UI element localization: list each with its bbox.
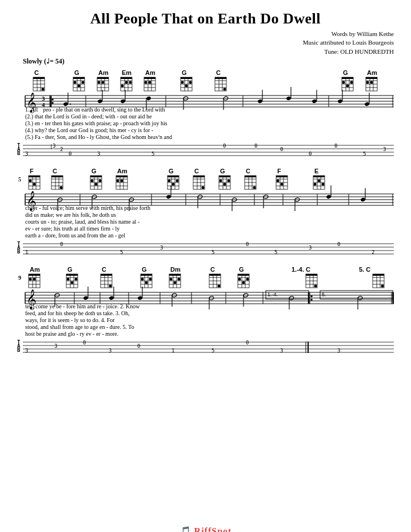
svg-point-292 xyxy=(71,281,74,284)
svg-rect-207 xyxy=(245,176,256,177)
chord-label-g4: G xyxy=(91,168,97,174)
svg-text:0: 0 xyxy=(309,151,312,157)
svg-point-282 xyxy=(29,278,32,281)
svg-point-17 xyxy=(82,81,85,84)
svg-text:3: 3 xyxy=(25,151,28,157)
svg-point-182 xyxy=(176,180,179,182)
credits-section: Words by William Kethe Music attributed … xyxy=(17,30,394,56)
svg-text:3: 3 xyxy=(53,143,55,149)
svg-rect-70 xyxy=(342,77,353,79)
svg-point-283 xyxy=(33,278,36,281)
svg-text:did     us     make;    we    : did us make; we are his folk, he doth us xyxy=(25,212,116,218)
svg-text:host    be   praise  and  glo : host be praise and glo - ry ev - er - mo… xyxy=(25,331,118,337)
note xyxy=(364,102,369,106)
svg-text:0: 0 xyxy=(246,340,249,346)
svg-text:B: B xyxy=(17,249,21,255)
uke-chord-g2 xyxy=(181,77,192,91)
svg-text:1: 1 xyxy=(25,249,28,255)
svg-point-91 xyxy=(51,98,54,101)
svg-text:3: 3 xyxy=(337,348,340,354)
svg-text:2: 2 xyxy=(60,146,63,152)
svg-point-163 xyxy=(99,180,102,182)
svg-text:0: 0 xyxy=(254,143,257,149)
svg-rect-62 xyxy=(215,77,226,79)
system-number-2: 5 xyxy=(18,176,21,182)
note xyxy=(286,96,291,101)
svg-point-227 xyxy=(322,183,325,186)
uke-chord-f xyxy=(29,176,40,189)
note xyxy=(166,194,171,199)
svg-point-190 xyxy=(202,186,205,189)
uke-chord-am-s2 xyxy=(116,176,127,189)
svg-point-153 xyxy=(60,186,63,189)
svg-text:1: 1 xyxy=(171,348,174,354)
svg-text:5: 5 xyxy=(212,348,214,354)
svg-text:stood,  and  shall  from  age : stood, and shall from age to age en - du… xyxy=(25,324,134,330)
chord-label: G xyxy=(182,69,187,76)
svg-point-375 xyxy=(310,299,313,301)
svg-text:0: 0 xyxy=(223,143,226,149)
note xyxy=(97,99,102,104)
svg-rect-224 xyxy=(313,176,325,177)
svg-rect-281 xyxy=(29,274,40,276)
svg-point-25 xyxy=(98,81,101,84)
svg-text:B: B xyxy=(17,347,21,353)
svg-point-338 xyxy=(242,281,245,284)
svg-point-63 xyxy=(224,88,226,91)
svg-rect-152 xyxy=(51,176,63,177)
svg-text:0: 0 xyxy=(337,241,340,247)
chord-label-c5: C xyxy=(246,168,250,174)
svg-rect-170 xyxy=(116,176,127,177)
svg-text:3: 3 xyxy=(280,348,283,354)
svg-text:3: 3 xyxy=(309,245,312,251)
chord-label: G xyxy=(74,69,79,76)
lyrics-system-1: 1. All peo - ple that on earth do dwell,… xyxy=(25,106,172,141)
svg-rect-14 xyxy=(73,77,85,79)
svg-point-16 xyxy=(78,85,81,88)
svg-point-337 xyxy=(238,278,241,281)
svg-point-54 xyxy=(185,85,188,88)
riffspot-logo: 🎵 RiffSpot xyxy=(17,526,394,532)
svg-point-309 xyxy=(141,278,144,281)
svg-point-44 xyxy=(145,81,147,84)
uke-chord-g-s2c xyxy=(219,176,230,189)
note xyxy=(120,99,125,104)
note xyxy=(337,99,342,104)
svg-point-34 xyxy=(121,85,124,88)
chord-label-f: F xyxy=(30,168,34,174)
svg-text:5: 5 xyxy=(274,249,277,255)
uke-chord-g3 xyxy=(342,77,353,91)
uke-chord-f-s2b xyxy=(276,176,288,189)
svg-rect-328 xyxy=(209,274,221,276)
tempo-marking: Slowly (♩= 54) xyxy=(23,57,394,66)
uke-chord-am-s3 xyxy=(29,274,40,288)
svg-text:(2.) that  the  Lord   is   Go: (2.) that the Lord is God in - deed; wit… xyxy=(25,113,152,120)
svg-rect-6 xyxy=(33,77,45,79)
svg-text:5: 5 xyxy=(363,151,366,157)
svg-rect-300 xyxy=(101,274,112,276)
chord-label-g5: G xyxy=(169,168,174,174)
chord-label-am4: Am xyxy=(117,168,127,174)
svg-point-171 xyxy=(117,180,119,182)
riffspot-name: RiffSpot xyxy=(194,526,232,532)
svg-point-82 xyxy=(370,81,373,84)
uke-chord-g xyxy=(73,77,85,91)
svg-text:2: 2 xyxy=(372,249,374,255)
svg-rect-308 xyxy=(141,274,152,276)
title-section: All People That on Earth Do Dwell xyxy=(17,10,394,27)
svg-rect-80 xyxy=(366,77,377,79)
svg-point-73 xyxy=(350,81,353,84)
svg-point-301 xyxy=(109,285,112,288)
svg-text:ev   -   er    sure;    his   : ev - er sure; his truth at all times fir… xyxy=(25,225,119,232)
note xyxy=(83,296,88,300)
chord-label-c3: C xyxy=(53,168,57,174)
uke-chord-am3 xyxy=(366,77,377,91)
svg-rect-197 xyxy=(219,176,230,177)
svg-text:3: 3 xyxy=(109,348,111,354)
svg-point-200 xyxy=(228,180,230,182)
svg-point-321 xyxy=(178,278,181,281)
svg-text:courts   un  -   to;    praise: courts un - to; praise, laud, and bless … xyxy=(25,219,139,225)
chord-label-g-s3: G xyxy=(67,266,73,273)
chord-label-dm: Dm xyxy=(170,266,181,273)
svg-rect-346 xyxy=(306,274,317,276)
